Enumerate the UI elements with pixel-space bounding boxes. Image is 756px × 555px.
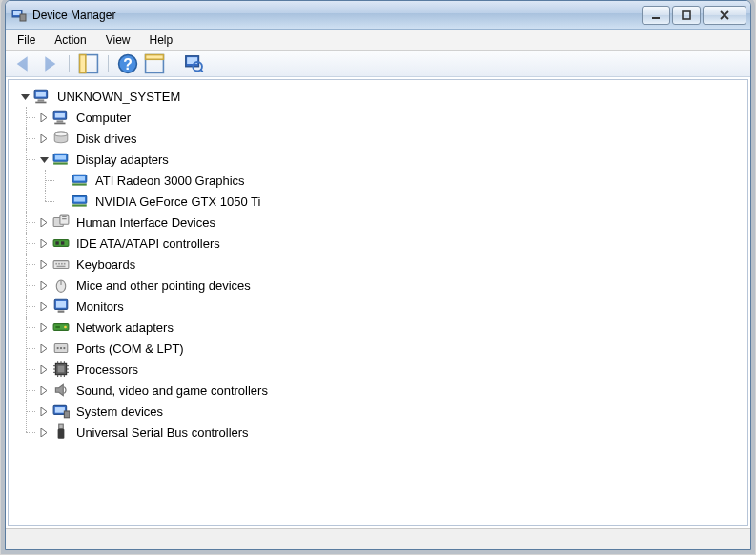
maximize-button[interactable] bbox=[672, 6, 701, 25]
device-category[interactable]: Disk drives bbox=[37, 128, 744, 149]
node-label: Processors bbox=[73, 361, 141, 378]
menu-help[interactable]: Help bbox=[140, 30, 183, 50]
computer-icon bbox=[52, 109, 70, 126]
close-button[interactable] bbox=[703, 6, 746, 25]
disk-icon bbox=[52, 130, 70, 147]
toolbar-separator bbox=[69, 55, 70, 72]
toolbar-back-button[interactable] bbox=[11, 53, 34, 74]
device-manager-window: Device Manager File Action View Help UNK… bbox=[5, 0, 751, 550]
menu-action[interactable]: Action bbox=[45, 30, 95, 50]
node-label: IDE ATA/ATAPI controllers bbox=[73, 236, 223, 252]
toolbar-forward-button[interactable] bbox=[38, 53, 61, 74]
device-category[interactable]: UNKNOWN_SYSTEM bbox=[18, 86, 744, 107]
device-category[interactable]: Universal Serial Bus controllers bbox=[37, 421, 744, 442]
expand-icon[interactable] bbox=[37, 404, 51, 418]
expand-icon[interactable] bbox=[37, 132, 51, 145]
device-tree: UNKNOWN_SYSTEMComputerDisk drivesDisplay… bbox=[12, 86, 744, 442]
sound-icon bbox=[52, 381, 70, 399]
expand-icon[interactable] bbox=[37, 111, 51, 124]
toolbar-separator bbox=[108, 55, 109, 72]
node-label: Keyboards bbox=[73, 257, 138, 273]
titlebar[interactable]: Device Manager bbox=[6, 1, 750, 30]
toolbar-help-button[interactable] bbox=[116, 53, 139, 74]
minimize-button[interactable] bbox=[642, 6, 670, 25]
device-category[interactable]: IDE ATA/ATAPI controllers bbox=[37, 233, 744, 254]
cpu-icon bbox=[52, 360, 70, 378]
expand-icon[interactable] bbox=[37, 425, 51, 439]
app-icon bbox=[11, 8, 27, 23]
toolbar bbox=[6, 51, 750, 77]
node-label: ATI Radeon 3000 Graphics bbox=[92, 173, 248, 189]
statusbar bbox=[6, 528, 750, 549]
toolbar-scan-hardware-button[interactable] bbox=[182, 53, 205, 74]
system-icon bbox=[52, 402, 70, 420]
device-category[interactable]: Processors bbox=[37, 359, 744, 380]
monitor-icon bbox=[52, 298, 70, 315]
node-label: NVIDIA GeForce GTX 1050 Ti bbox=[92, 194, 263, 210]
node-label: Ports (COM & LPT) bbox=[73, 340, 187, 357]
window-title: Device Manager bbox=[32, 9, 115, 22]
device-category[interactable]: Display adapters bbox=[37, 149, 744, 170]
node-label: Network adapters bbox=[73, 319, 176, 336]
device-category[interactable]: Human Interface Devices bbox=[37, 212, 744, 233]
hid-icon bbox=[52, 214, 70, 231]
node-label: Mice and other pointing devices bbox=[73, 278, 254, 294]
network-icon bbox=[52, 319, 70, 336]
toolbar-properties-button[interactable] bbox=[143, 53, 166, 74]
ide-icon bbox=[52, 235, 70, 252]
device-category[interactable]: Ports (COM & LPT) bbox=[37, 338, 744, 359]
expand-icon[interactable] bbox=[37, 257, 51, 271]
computer-icon bbox=[33, 88, 51, 105]
menu-view[interactable]: View bbox=[96, 30, 140, 50]
collapse-icon[interactable] bbox=[37, 153, 51, 166]
expand-icon[interactable] bbox=[37, 341, 51, 355]
usb-icon bbox=[52, 423, 70, 441]
node-label: UNKNOWN_SYSTEM bbox=[54, 89, 183, 105]
keyboard-icon bbox=[52, 256, 70, 273]
expand-icon[interactable] bbox=[37, 278, 51, 292]
node-label: Disk drives bbox=[73, 131, 140, 147]
device-category[interactable]: Keyboards bbox=[37, 254, 744, 275]
device-category[interactable]: Monitors bbox=[37, 296, 744, 317]
toolbar-show-hide-tree-button[interactable] bbox=[77, 53, 100, 74]
menubar: File Action View Help bbox=[6, 30, 750, 51]
expand-icon[interactable] bbox=[37, 320, 51, 334]
node-label: Sound, video and game controllers bbox=[73, 382, 271, 399]
expand-icon[interactable] bbox=[37, 362, 51, 376]
expand-icon[interactable] bbox=[37, 299, 51, 313]
device-category[interactable]: Network adapters bbox=[37, 317, 744, 338]
menu-file[interactable]: File bbox=[8, 30, 45, 50]
node-label: Computer bbox=[73, 110, 133, 126]
port-icon bbox=[52, 339, 70, 357]
node-label: Display adapters bbox=[73, 152, 172, 168]
node-label: Universal Serial Bus controllers bbox=[73, 424, 252, 441]
display-icon bbox=[72, 193, 89, 210]
display-icon bbox=[52, 151, 70, 168]
display-icon bbox=[72, 172, 89, 189]
node-label: Human Interface Devices bbox=[73, 215, 218, 231]
node-label: Monitors bbox=[73, 298, 127, 315]
toolbar-separator bbox=[174, 55, 174, 72]
device-category[interactable]: Computer bbox=[37, 107, 744, 128]
device-item[interactable]: ATI Radeon 3000 Graphics bbox=[56, 170, 744, 191]
device-category[interactable]: Sound, video and game controllers bbox=[37, 380, 744, 401]
mouse-icon bbox=[52, 277, 70, 294]
device-category[interactable]: System devices bbox=[37, 401, 744, 421]
device-category[interactable]: Mice and other pointing devices bbox=[37, 275, 744, 296]
expand-icon[interactable] bbox=[37, 216, 51, 229]
collapse-icon[interactable] bbox=[18, 90, 31, 103]
device-item[interactable]: NVIDIA GeForce GTX 1050 Ti bbox=[56, 191, 744, 212]
node-label: System devices bbox=[73, 403, 166, 420]
device-tree-pane[interactable]: UNKNOWN_SYSTEMComputerDisk drivesDisplay… bbox=[8, 79, 748, 526]
expand-icon[interactable] bbox=[37, 383, 51, 397]
expand-icon[interactable] bbox=[37, 236, 51, 250]
